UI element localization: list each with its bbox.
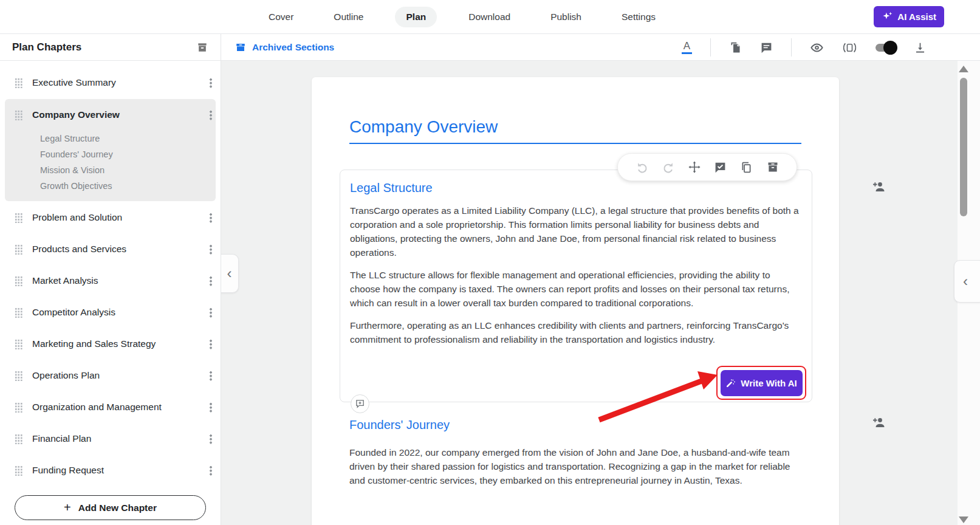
sparkles-icon <box>882 11 893 22</box>
scroll-up-arrow[interactable] <box>959 66 968 72</box>
drag-handle-icon[interactable] <box>15 244 22 255</box>
copy-section-button[interactable] <box>740 161 753 174</box>
sidebar-item-financial-plan[interactable]: Financial Plan <box>0 423 221 455</box>
sidebar-subitem-mission-vision[interactable]: Mission & Vision <box>40 162 216 178</box>
archived-sections-label: Archived Sections <box>252 42 334 53</box>
redo-icon <box>662 160 675 174</box>
nav-tabs: Cover Outline Plan Download Publish Sett… <box>260 0 664 34</box>
kebab-menu-icon[interactable] <box>210 244 212 255</box>
open-right-panel-tab[interactable]: ‹ <box>954 260 980 303</box>
sidebar-item-market-analysis[interactable]: Market Analysis <box>0 265 221 297</box>
toggle-knob[interactable] <box>883 41 897 55</box>
drag-handle-icon[interactable] <box>15 434 22 444</box>
drag-handle-icon[interactable] <box>15 402 22 413</box>
chapter-title[interactable]: Company Overview <box>349 117 498 137</box>
kebab-menu-icon[interactable] <box>210 78 212 88</box>
plus-icon: + <box>64 501 71 515</box>
text-color-button[interactable]: A <box>682 41 692 54</box>
add-comment-button[interactable] <box>351 394 369 413</box>
focus-mode-icon <box>842 41 857 55</box>
archive-section-button[interactable] <box>766 161 780 173</box>
drag-handle-icon[interactable] <box>15 371 22 381</box>
drag-handle-icon[interactable] <box>15 110 22 120</box>
chapter-label: Financial Plan <box>32 433 210 444</box>
magic-wand-icon <box>725 378 736 388</box>
sidebar-item-operations-plan[interactable]: Operations Plan <box>0 360 221 391</box>
mode-toggle[interactable] <box>875 44 896 52</box>
toolbar-icons: A <box>682 34 927 61</box>
chapter-label: Marketing and Sales Strategy <box>32 338 210 349</box>
sidebar-item-problem-and-solution[interactable]: Problem and Solution <box>0 202 221 233</box>
kebab-menu-icon[interactable] <box>210 307 212 318</box>
sidebar-item-funding-request[interactable]: Funding Request <box>0 455 221 486</box>
kebab-menu-icon[interactable] <box>210 371 212 381</box>
sidebar-item-company-overview-group: Company Overview Legal Structure Founder… <box>5 99 216 201</box>
scroll-down-arrow[interactable] <box>959 516 968 523</box>
drag-handle-icon[interactable] <box>15 465 22 476</box>
sidebar-item-company-overview[interactable]: Company Overview <box>5 99 216 131</box>
redo-button[interactable] <box>662 160 675 174</box>
move-icon <box>688 160 701 174</box>
add-collaborator-icon[interactable] <box>871 180 886 194</box>
drag-handle-icon[interactable] <box>15 78 22 88</box>
chapter-label: Company Overview <box>32 109 210 120</box>
comment-button[interactable] <box>760 41 773 54</box>
sidebar-subitem-growth-objectives[interactable]: Growth Objectives <box>40 178 216 194</box>
kebab-menu-icon[interactable] <box>210 434 212 444</box>
sidebar-subitem-legal-structure[interactable]: Legal Structure <box>40 131 216 146</box>
legal-structure-heading[interactable]: Legal Structure <box>350 181 802 195</box>
founders-journey-heading[interactable]: Founders' Journey <box>349 418 450 432</box>
download-button[interactable] <box>914 41 927 54</box>
kebab-menu-icon[interactable] <box>210 110 212 120</box>
legal-paragraph-3[interactable]: Furthermore, operating as an LLC enhance… <box>350 318 802 346</box>
founders-journey-paragraph[interactable]: Founded in 2022, our company emerged fro… <box>349 445 801 487</box>
sidebar-item-executive-summary[interactable]: Executive Summary <box>0 67 221 98</box>
drag-handle-icon[interactable] <box>15 276 22 286</box>
sidebar-subitem-founders-journey[interactable]: Founders' Journey <box>40 146 216 162</box>
sidebar-title: Plan Chapters <box>12 41 81 53</box>
pages-button[interactable] <box>729 41 742 54</box>
sidebar-header: Plan Chapters <box>0 34 221 61</box>
drag-handle-icon[interactable] <box>15 213 22 223</box>
move-section-button[interactable] <box>688 160 701 174</box>
preview-button[interactable] <box>810 41 824 55</box>
chapter-label: Products and Services <box>32 244 210 255</box>
comment-check-icon <box>714 161 727 174</box>
write-with-ai-button[interactable]: Write With AI <box>721 370 803 396</box>
tab-cover[interactable]: Cover <box>260 7 302 27</box>
collapse-sidebar-tab[interactable]: ‹ <box>221 254 239 293</box>
eye-icon <box>810 41 824 55</box>
drag-handle-icon[interactable] <box>15 307 22 318</box>
sidebar-item-competitor-analysis[interactable]: Competitor Analysis <box>0 297 221 328</box>
tab-plan[interactable]: Plan <box>395 7 437 27</box>
legal-structure-section[interactable]: Legal Structure TransCargo operates as a… <box>340 170 812 402</box>
kebab-menu-icon[interactable] <box>210 339 212 349</box>
resolve-comment-button[interactable] <box>714 161 727 174</box>
add-new-chapter-button[interactable]: + Add New Chapter <box>15 495 206 520</box>
tab-outline[interactable]: Outline <box>325 7 372 27</box>
sidebar-item-products-and-services[interactable]: Products and Services <box>0 233 221 265</box>
archive-icon[interactable] <box>196 41 208 53</box>
add-collaborator-icon[interactable] <box>871 416 886 430</box>
kebab-menu-icon[interactable] <box>210 402 212 413</box>
pages-icon <box>729 41 742 54</box>
top-nav: Cover Outline Plan Download Publish Sett… <box>0 0 980 34</box>
tab-publish[interactable]: Publish <box>542 7 590 27</box>
kebab-menu-icon[interactable] <box>210 276 212 286</box>
legal-paragraph-1[interactable]: TransCargo operates as a Limited Liabili… <box>350 204 802 259</box>
text-color-underline <box>682 52 692 54</box>
tab-download[interactable]: Download <box>460 7 519 27</box>
kebab-menu-icon[interactable] <box>210 213 212 223</box>
kebab-menu-icon[interactable] <box>210 465 212 476</box>
ai-assist-button[interactable]: AI Assist <box>874 6 944 27</box>
sidebar-item-marketing-sales-strategy[interactable]: Marketing and Sales Strategy <box>0 328 221 360</box>
drag-handle-icon[interactable] <box>15 339 22 349</box>
archived-sections-button[interactable]: Archived Sections <box>235 42 334 53</box>
focus-mode-button[interactable] <box>842 41 857 55</box>
tab-settings[interactable]: Settings <box>613 7 664 27</box>
legal-paragraph-2[interactable]: The LLC structure allows for flexible ma… <box>350 268 802 310</box>
toggle-track[interactable] <box>875 44 896 52</box>
undo-button[interactable] <box>636 160 649 174</box>
scrollbar-thumb[interactable] <box>960 78 967 216</box>
sidebar-item-organization-management[interactable]: Organization and Management <box>0 391 221 423</box>
